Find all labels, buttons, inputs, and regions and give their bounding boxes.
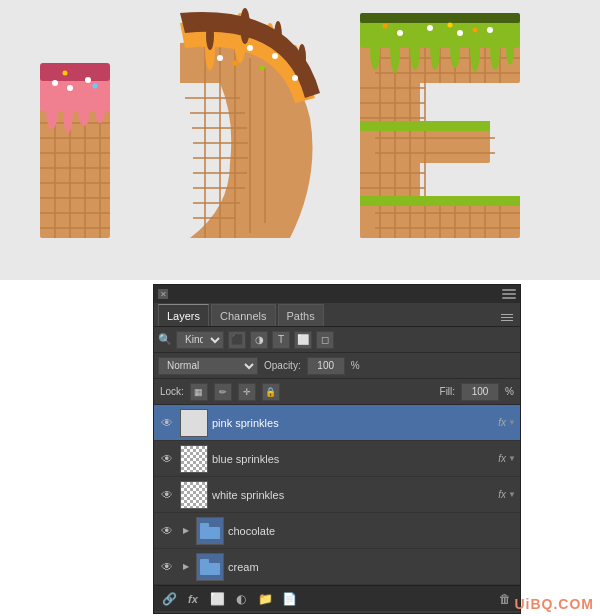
svg-point-91: [490, 30, 500, 70]
tab-layers[interactable]: Layers: [158, 304, 209, 326]
layer-item-chocolate[interactable]: 👁 ▶ chocolate: [154, 513, 520, 549]
svg-point-100: [473, 27, 478, 32]
blend-mode-select[interactable]: Normal: [158, 357, 258, 375]
svg-point-94: [397, 30, 403, 36]
layer-visibility-cream[interactable]: 👁: [158, 558, 176, 576]
layer-item-pink-sprinkles[interactable]: 👁 pink sprinkles fx ▼: [154, 405, 520, 441]
lock-image-button[interactable]: ✏: [214, 383, 232, 401]
filter-type-button[interactable]: T: [272, 331, 290, 349]
layer-thumbnail-blue-sprinkles: [180, 445, 208, 473]
filter-shape-button[interactable]: ⬜: [294, 331, 312, 349]
layer-name-white-sprinkles: white sprinkles: [212, 489, 494, 501]
layer-thumbnail-cream: [196, 553, 224, 581]
layers-list: 👁 pink sprinkles fx ▼ 👁 blue sprinkles f…: [154, 405, 520, 585]
svg-point-48: [247, 45, 253, 51]
layer-expand-chocolate[interactable]: ▶: [180, 525, 192, 537]
fx-arrow-icon: ▼: [508, 418, 516, 427]
fx-arrow-blue-icon: ▼: [508, 454, 516, 463]
svg-point-21: [67, 85, 73, 91]
layer-fx-pink-sprinkles: fx ▼: [498, 417, 516, 428]
tab-channels[interactable]: Channels: [211, 304, 275, 326]
fx-arrow-white-icon: ▼: [508, 490, 516, 499]
opacity-label: Opacity:: [264, 360, 301, 371]
search-icon: 🔍: [158, 333, 172, 346]
tab-paths[interactable]: Paths: [278, 304, 324, 326]
add-layer-mask-button[interactable]: ⬜: [206, 589, 228, 609]
filter-smart-button[interactable]: ◻: [316, 331, 334, 349]
svg-point-47: [217, 55, 223, 61]
layer-item-blue-sprinkles[interactable]: 👁 blue sprinkles fx ▼: [154, 441, 520, 477]
blend-mode-row: Normal Opacity: %: [154, 353, 520, 379]
panel-toolbar: 🔗 fx ⬜ ◐ 📁 📄 🗑: [154, 585, 520, 611]
svg-point-97: [487, 27, 493, 33]
delete-layer-button[interactable]: 🗑: [494, 589, 516, 609]
svg-point-95: [427, 25, 433, 31]
filter-kind-select[interactable]: Kind: [176, 331, 224, 349]
panel-menu-button[interactable]: [498, 308, 516, 326]
svg-point-99: [448, 22, 453, 27]
layer-fx-white-sprinkles: fx ▼: [498, 489, 516, 500]
svg-point-45: [274, 21, 282, 51]
filter-adjust-button[interactable]: ◑: [250, 331, 268, 349]
panel-titlebar: ✕: [154, 285, 520, 303]
layer-visibility-blue-sprinkles[interactable]: 👁: [158, 450, 176, 468]
layers-panel: ✕ Layers Channels Paths 🔍 Kind ⬛ ◑ T ⬜ ◻…: [153, 284, 521, 614]
layer-item-cream[interactable]: 👁 ▶ cream: [154, 549, 520, 585]
create-new-layer-button[interactable]: 📄: [278, 589, 300, 609]
svg-rect-104: [200, 559, 209, 564]
create-group-button[interactable]: 📁: [254, 589, 276, 609]
svg-point-43: [206, 22, 214, 50]
svg-point-44: [240, 8, 250, 44]
svg-point-85: [370, 30, 380, 70]
svg-point-24: [93, 83, 98, 88]
layer-name-cream: cream: [228, 561, 516, 573]
lock-transparent-button[interactable]: ▦: [190, 383, 208, 401]
opacity-input[interactable]: [307, 357, 345, 375]
svg-rect-101: [200, 527, 220, 539]
svg-point-22: [85, 77, 91, 83]
svg-point-52: [260, 65, 265, 70]
create-adjustment-layer-button[interactable]: ◐: [230, 589, 252, 609]
svg-point-89: [450, 32, 460, 68]
svg-point-50: [292, 75, 298, 81]
filter-row: 🔍 Kind ⬛ ◑ T ⬜ ◻: [154, 327, 520, 353]
filter-pixel-button[interactable]: ⬛: [228, 331, 246, 349]
svg-point-49: [272, 53, 278, 59]
link-layers-button[interactable]: 🔗: [158, 589, 180, 609]
svg-point-92: [506, 35, 514, 65]
svg-point-46: [298, 44, 306, 72]
svg-point-88: [430, 26, 440, 70]
svg-point-23: [63, 70, 68, 75]
add-layer-style-button[interactable]: fx: [182, 589, 204, 609]
layer-expand-cream[interactable]: ▶: [180, 561, 192, 573]
svg-rect-102: [200, 523, 209, 528]
layer-name-pink-sprinkles: pink sprinkles: [212, 417, 494, 429]
layer-visibility-white-sprinkles[interactable]: 👁: [158, 486, 176, 504]
ice-illustration: [0, 0, 600, 280]
svg-rect-19: [40, 63, 110, 81]
panel-tabs-bar: Layers Channels Paths: [154, 303, 520, 327]
panel-close-button[interactable]: ✕: [158, 289, 168, 299]
panel-drag-handle[interactable]: [502, 289, 516, 299]
lock-all-button[interactable]: 🔒: [262, 383, 280, 401]
layer-name-blue-sprinkles: blue sprinkles: [212, 453, 494, 465]
svg-point-98: [383, 23, 388, 28]
svg-point-87: [410, 30, 420, 70]
svg-point-17: [78, 96, 90, 126]
layer-name-chocolate: chocolate: [228, 525, 516, 537]
svg-rect-103: [200, 563, 220, 575]
layer-visibility-chocolate[interactable]: 👁: [158, 522, 176, 540]
lock-position-button[interactable]: ✛: [238, 383, 256, 401]
svg-point-15: [46, 93, 58, 129]
watermark: UiBQ.COM: [514, 596, 594, 612]
svg-rect-93: [360, 13, 520, 23]
svg-rect-83: [360, 121, 490, 131]
svg-point-51: [233, 60, 238, 65]
layer-visibility-pink-sprinkles[interactable]: 👁: [158, 414, 176, 432]
svg-point-20: [52, 80, 58, 86]
fill-label: Fill:: [440, 386, 456, 397]
layer-thumbnail-pink-sprinkles: [180, 409, 208, 437]
fill-input[interactable]: [461, 383, 499, 401]
svg-point-96: [457, 30, 463, 36]
layer-item-white-sprinkles[interactable]: 👁 white sprinkles fx ▼: [154, 477, 520, 513]
